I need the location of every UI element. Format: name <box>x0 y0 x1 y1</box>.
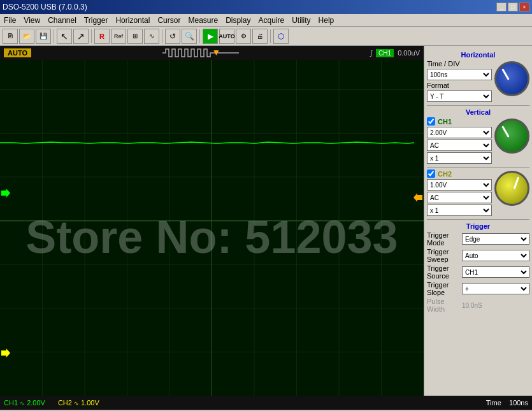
ch1-checkbox-row: CH1 <box>427 117 492 126</box>
svg-marker-19 <box>413 193 422 202</box>
ch1-coupling-select[interactable]: AC DC GND <box>427 140 492 151</box>
waveform-indicator <box>162 47 239 59</box>
maximize-button[interactable]: □ <box>508 3 518 11</box>
menu-file[interactable]: File <box>0 15 20 26</box>
trigger-mode-select[interactable]: Edge Pulse Video <box>462 233 529 245</box>
ch2-knob-container <box>494 171 529 206</box>
ch1-knob[interactable] <box>494 119 529 154</box>
trigger-sweep-row: Trigger Sweep Auto Normal Single <box>427 248 529 263</box>
divider-1 <box>427 105 529 106</box>
menu-help[interactable]: Help <box>315 15 338 26</box>
scope-grid <box>0 46 424 396</box>
ch1-badge: CH1 <box>376 49 394 57</box>
ch2-bottom-ch: CH2 <box>58 399 72 407</box>
math-button[interactable]: ⊞ <box>127 29 143 44</box>
ch1-bottom-volt: 2.00V <box>27 399 45 407</box>
trigger-symbol: ∫ <box>370 49 372 57</box>
trigger-slope-label: Trigger Slope <box>427 281 462 296</box>
ch2-knob-indicator <box>514 177 520 189</box>
ch2-bottom-volt: 1.00V <box>81 399 99 407</box>
divider-3 <box>427 219 529 220</box>
menu-measure[interactable]: Measure <box>184 15 222 26</box>
menu-utility[interactable]: Utility <box>288 15 314 26</box>
ch2-coupling-select[interactable]: AC DC GND <box>427 192 492 203</box>
time-bottom-value: 100ns <box>509 399 528 407</box>
trigger-arrow: ▼ <box>212 47 221 57</box>
pulse-width-label: Pulse Width <box>427 298 462 313</box>
horizontal-knob-container <box>494 61 529 96</box>
loop-button[interactable]: ↺ <box>165 29 180 44</box>
time-div-select[interactable]: 100ns 200ns 500ns 1us <box>427 69 492 80</box>
trigger-mode-row: Trigger Mode Edge Pulse Video <box>427 231 529 247</box>
main-area: AUTO ∫ CH1 0.00uV ▼ <box>0 46 532 396</box>
trigger-level-marker <box>413 193 422 202</box>
separator-1 <box>54 29 54 43</box>
menu-view[interactable]: View <box>20 15 44 26</box>
horizontal-knob[interactable] <box>494 61 529 96</box>
title-text: DSO-5200 USB (7.0.0.3) <box>3 3 87 11</box>
close-button[interactable]: × <box>519 3 529 11</box>
trigger-sweep-label: Trigger Sweep <box>427 248 462 263</box>
ch1-label: CH1 <box>438 118 452 126</box>
trigger-source-row: Trigger Source CH1 CH2 EXT <box>427 264 529 280</box>
ch1-probe-select[interactable]: x 1 x 10 x 100 <box>427 152 492 164</box>
ch1-bottom-label: CH1 ∿ 2.00V <box>4 399 45 407</box>
menu-horizontal[interactable]: Horizontal <box>111 15 154 26</box>
ch2-ground-marker <box>1 349 10 357</box>
menu-channel[interactable]: Channel <box>44 15 80 26</box>
trigger-sweep-select[interactable]: Auto Normal Single <box>462 250 529 261</box>
menu-acquire[interactable]: Acquire <box>255 15 289 26</box>
vertical-title: Vertical <box>427 108 529 116</box>
menu-trigger[interactable]: Trigger <box>80 15 112 26</box>
pulse-width-row: Pulse Width 10.0nS <box>427 298 529 313</box>
trigger-slope-select[interactable]: + - <box>462 283 529 294</box>
trigger-source-label: Trigger Source <box>427 264 462 280</box>
cursor-arrow[interactable]: ↖ <box>57 29 72 44</box>
ch2-checkbox[interactable] <box>427 169 435 178</box>
run-button[interactable]: ▶ <box>203 29 218 44</box>
ch-r-button[interactable]: R <box>94 29 110 44</box>
ch1-bottom-delta: ∿ <box>20 400 25 407</box>
trigger-source-select[interactable]: CH1 CH2 EXT <box>462 266 529 278</box>
ch2-label: CH2 <box>438 170 452 178</box>
time-div-label: Time / DIV <box>427 60 462 68</box>
trigger-title: Trigger <box>427 222 529 230</box>
ch1-volt-select[interactable]: 2.00V 1.00V 500mV <box>427 127 492 138</box>
open-button[interactable]: 📂 <box>19 29 34 44</box>
usb-button[interactable]: ⬡ <box>273 29 289 44</box>
separator-3 <box>162 29 162 43</box>
save-button[interactable]: 💾 <box>36 29 51 44</box>
new-button[interactable]: 🖹 <box>3 29 18 44</box>
auto-button[interactable]: AUTO <box>219 29 234 44</box>
separator-5 <box>270 29 271 43</box>
format-select[interactable]: Y - T X - Y <box>427 90 492 102</box>
menu-cursor[interactable]: Cursor <box>154 15 184 26</box>
toolbar: 🖹 📂 💾 ↖ ↗ R Ref ⊞ ∿ ↺ 🔍 ▶ AUTO ⚙ 🖨 ⬡ <box>0 27 532 46</box>
search-button[interactable]: 🔍 <box>182 29 197 44</box>
ch1-checkbox[interactable] <box>427 117 435 126</box>
format-label: Format <box>427 82 462 89</box>
trigger-slope-row: Trigger Slope + - <box>427 281 529 296</box>
ref-button[interactable]: Ref <box>111 29 126 44</box>
menu-bar: File View Channel Trigger Horizontal Cur… <box>0 14 532 27</box>
config-button[interactable]: ⚙ <box>236 29 251 44</box>
time-bottom-label: Time 100ns <box>486 399 528 407</box>
ch2-bottom-delta: ∿ <box>74 400 79 407</box>
print-button[interactable]: 🖨 <box>252 29 268 44</box>
ch2-volt-select[interactable]: 1.00V 2.00V 500mV <box>427 179 492 191</box>
ch2-probe-select[interactable]: x 1 x 10 x 100 <box>427 205 492 216</box>
minimize-button[interactable]: _ <box>496 3 507 11</box>
horizontal-knob-indicator <box>501 68 510 80</box>
ch1-knob-indicator <box>501 126 510 138</box>
ch2-checkbox-row: CH2 <box>427 169 492 178</box>
menu-display[interactable]: Display <box>222 15 254 26</box>
cursor-cross[interactable]: ↗ <box>73 29 89 44</box>
ch2-knob[interactable] <box>494 171 529 206</box>
scope-display: AUTO ∫ CH1 0.00uV ▼ <box>0 46 424 396</box>
separator-4 <box>199 29 200 43</box>
time-bottom-text: Time <box>486 399 501 407</box>
ch2-bottom-label: CH2 ∿ 1.00V <box>58 399 99 407</box>
waveform-button[interactable]: ∿ <box>144 29 159 44</box>
ch1-bottom-ch: CH1 <box>4 399 18 407</box>
title-bar-controls: _ □ × <box>496 3 529 11</box>
